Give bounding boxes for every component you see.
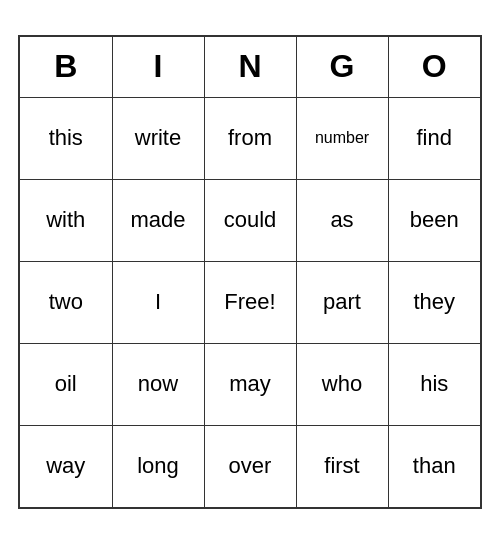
cell-4-0: way <box>20 425 112 507</box>
header-b: B <box>20 37 112 97</box>
cell-2-0: two <box>20 261 112 343</box>
row-4: waylongoverfirstthan <box>20 425 480 507</box>
cell-2-4: they <box>388 261 480 343</box>
cell-text-3-4: his <box>420 371 448 396</box>
cell-text-2-1: I <box>155 289 161 314</box>
cell-0-4: find <box>388 97 480 179</box>
cell-2-2: Free! <box>204 261 296 343</box>
cell-3-1: now <box>112 343 204 425</box>
cell-3-0: oil <box>20 343 112 425</box>
cell-3-4: his <box>388 343 480 425</box>
row-3: oilnowmaywhohis <box>20 343 480 425</box>
cell-4-3: first <box>296 425 388 507</box>
cell-text-3-0: oil <box>55 371 77 396</box>
bingo-card: B I N G O thiswritefromnumberfindwithmad… <box>18 35 482 509</box>
cell-2-1: I <box>112 261 204 343</box>
cell-text-4-4: than <box>413 453 456 478</box>
header-i: I <box>112 37 204 97</box>
cell-text-2-0: two <box>49 289 83 314</box>
cell-4-4: than <box>388 425 480 507</box>
cell-text-1-3: as <box>330 207 353 232</box>
cell-text-4-3: first <box>324 453 359 478</box>
header-row: B I N G O <box>20 37 480 97</box>
cell-0-1: write <box>112 97 204 179</box>
cell-1-1: made <box>112 179 204 261</box>
cell-0-0: this <box>20 97 112 179</box>
bingo-table: B I N G O thiswritefromnumberfindwithmad… <box>20 37 480 507</box>
cell-0-2: from <box>204 97 296 179</box>
cell-text-1-1: made <box>130 207 185 232</box>
cell-4-1: long <box>112 425 204 507</box>
cell-text-2-3: part <box>323 289 361 314</box>
row-2: twoIFree!partthey <box>20 261 480 343</box>
header-n: N <box>204 37 296 97</box>
cell-text-1-2: could <box>224 207 277 232</box>
cell-2-3: part <box>296 261 388 343</box>
cell-1-4: been <box>388 179 480 261</box>
cell-text-3-1: now <box>138 371 178 396</box>
cell-4-2: over <box>204 425 296 507</box>
row-1: withmadecouldasbeen <box>20 179 480 261</box>
cell-text-4-0: way <box>46 453 85 478</box>
row-0: thiswritefromnumberfind <box>20 97 480 179</box>
cell-3-3: who <box>296 343 388 425</box>
cell-text-1-0: with <box>46 207 85 232</box>
header-g: G <box>296 37 388 97</box>
cell-1-2: could <box>204 179 296 261</box>
header-o: O <box>388 37 480 97</box>
cell-1-0: with <box>20 179 112 261</box>
cell-text-0-3: number <box>315 129 369 146</box>
cell-0-3: number <box>296 97 388 179</box>
cell-text-2-4: they <box>413 289 455 314</box>
cell-text-1-4: been <box>410 207 459 232</box>
cell-text-0-2: from <box>228 125 272 150</box>
cell-3-2: may <box>204 343 296 425</box>
cell-text-3-2: may <box>229 371 271 396</box>
cell-text-3-3: who <box>322 371 362 396</box>
cell-text-2-2: Free! <box>224 289 275 314</box>
cell-text-0-1: write <box>135 125 181 150</box>
cell-text-0-0: this <box>49 125 83 150</box>
cell-text-0-4: find <box>417 125 452 150</box>
cell-1-3: as <box>296 179 388 261</box>
cell-text-4-2: over <box>229 453 272 478</box>
cell-text-4-1: long <box>137 453 179 478</box>
